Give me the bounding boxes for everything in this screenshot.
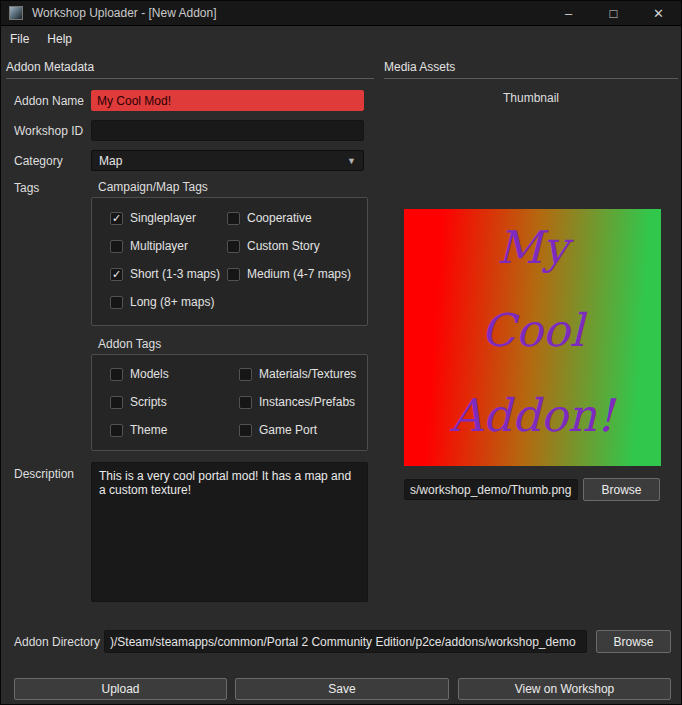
checkbox-scripts[interactable]: Scripts: [110, 395, 167, 409]
campaign-tags-title: Campaign/Map Tags: [98, 180, 208, 194]
menu-bar: File Help: [1, 26, 681, 52]
description-textarea[interactable]: This is a very cool portal mod! It has a…: [91, 462, 368, 602]
checkbox-models[interactable]: Models: [110, 367, 169, 381]
addon-name-label: Addon Name: [14, 94, 84, 108]
upload-button[interactable]: Upload: [14, 678, 227, 700]
checkbox-box: [227, 268, 240, 281]
checkbox-instances-prefabs[interactable]: Instances/Prefabs: [239, 395, 355, 409]
addon-directory-label: Addon Directory: [14, 635, 100, 649]
checkbox-box: [110, 296, 123, 309]
menu-help[interactable]: Help: [38, 28, 81, 50]
app-icon: [9, 6, 23, 20]
checkbox-label: Medium (4-7 maps): [247, 267, 351, 281]
checkbox-box: [110, 424, 123, 437]
checkbox-theme[interactable]: Theme: [110, 423, 167, 437]
description-label: Description: [14, 467, 74, 481]
checkbox-game-port[interactable]: Game Port: [239, 423, 317, 437]
thumbnail-path-input[interactable]: [404, 479, 578, 500]
checkbox-box: ✓: [110, 268, 123, 281]
checkbox-box: ✓: [110, 212, 123, 225]
checkbox-box: [110, 240, 123, 253]
tags-label: Tags: [14, 181, 39, 195]
minimize-button[interactable]: –: [546, 1, 591, 25]
checkbox-cooperative[interactable]: Cooperative: [227, 211, 312, 225]
thumbnail-preview: My Cool Addon!: [404, 209, 661, 466]
checkbox-label: Game Port: [259, 423, 317, 437]
save-button[interactable]: Save: [235, 678, 449, 700]
checkbox-box: [239, 368, 252, 381]
addon-tags-group: Models Materials/Textures Scripts Instan…: [91, 354, 368, 451]
checkbox-label: Multiplayer: [130, 239, 188, 253]
workshop-id-input[interactable]: [91, 120, 364, 141]
addon-tags-title: Addon Tags: [98, 337, 161, 351]
category-value: Map: [99, 154, 122, 168]
checkbox-box: [110, 396, 123, 409]
checkbox-singleplayer[interactable]: ✓ Singleplayer: [110, 211, 196, 225]
campaign-tags-group: ✓ Singleplayer Cooperative Multiplayer C…: [91, 197, 368, 326]
checkbox-materials-textures[interactable]: Materials/Textures: [239, 367, 356, 381]
addon-directory-browse-button[interactable]: Browse: [596, 630, 671, 653]
thumbnail-label: Thumbnail: [384, 91, 678, 105]
checkbox-label: Custom Story: [247, 239, 320, 253]
checkbox-label: Instances/Prefabs: [259, 395, 355, 409]
close-button[interactable]: ✕: [636, 1, 681, 25]
checkbox-label: Materials/Textures: [259, 367, 356, 381]
metadata-section-title: Addon Metadata: [6, 60, 94, 74]
checkbox-label: Models: [130, 367, 169, 381]
title-bar: Workshop Uploader - [New Addon] – □ ✕: [1, 1, 681, 26]
media-section-title: Media Assets: [384, 60, 455, 74]
menu-file[interactable]: File: [1, 28, 38, 50]
checkbox-box: [110, 368, 123, 381]
chevron-down-icon: ▼: [347, 156, 356, 166]
checkmark-icon: ✓: [112, 213, 121, 224]
checkbox-box: [239, 424, 252, 437]
thumbnail-text-line: Cool: [404, 308, 661, 353]
workshop-id-label: Workshop ID: [14, 124, 83, 138]
checkbox-long-maps[interactable]: Long (8+ maps): [110, 295, 214, 309]
window-controls: – □ ✕: [546, 1, 681, 25]
checkbox-label: Singleplayer: [130, 211, 196, 225]
checkbox-label: Theme: [130, 423, 167, 437]
checkbox-short-maps[interactable]: ✓ Short (1-3 maps): [110, 267, 220, 281]
checkbox-medium-maps[interactable]: Medium (4-7 maps): [227, 267, 351, 281]
checkbox-label: Cooperative: [247, 211, 312, 225]
thumbnail-browse-button[interactable]: Browse: [583, 478, 660, 501]
checkbox-multiplayer[interactable]: Multiplayer: [110, 239, 188, 253]
thumbnail-text-line: Addon!: [404, 393, 661, 438]
checkbox-box: [227, 240, 240, 253]
category-label: Category: [14, 154, 63, 168]
checkbox-custom-story[interactable]: Custom Story: [227, 239, 320, 253]
checkbox-label: Short (1-3 maps): [130, 267, 220, 281]
view-on-workshop-button[interactable]: View on Workshop: [458, 678, 671, 700]
category-dropdown[interactable]: Map ▼: [91, 150, 364, 171]
thumbnail-text-line: My: [404, 225, 661, 270]
checkbox-box: [227, 212, 240, 225]
addon-directory-input[interactable]: [104, 630, 587, 653]
workshop-uploader-window: Workshop Uploader - [New Addon] – □ ✕ Fi…: [0, 0, 682, 705]
media-divider: [384, 78, 678, 79]
maximize-button[interactable]: □: [591, 1, 636, 25]
checkbox-box: [239, 396, 252, 409]
checkbox-label: Long (8+ maps): [130, 295, 214, 309]
addon-name-input[interactable]: [91, 90, 364, 111]
metadata-divider: [6, 78, 374, 79]
checkmark-icon: ✓: [112, 269, 121, 280]
checkbox-label: Scripts: [130, 395, 167, 409]
window-title: Workshop Uploader - [New Addon]: [32, 6, 217, 20]
